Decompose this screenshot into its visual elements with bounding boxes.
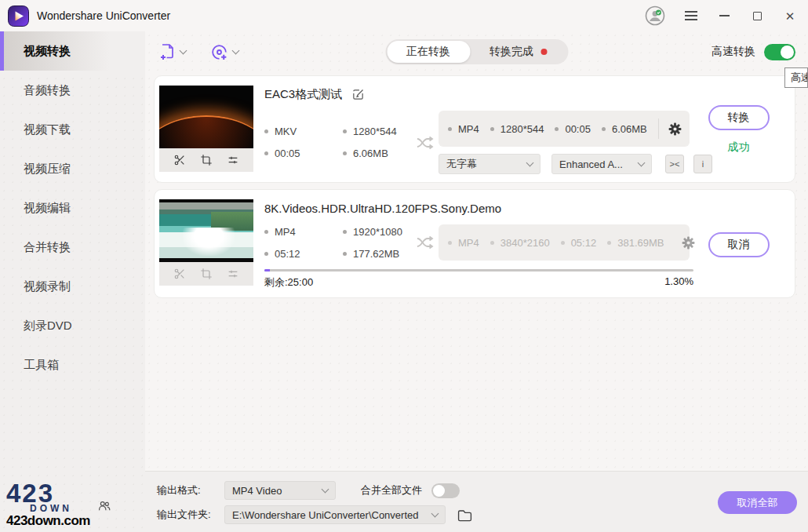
merge-all-label: 合并全部文件 [361, 483, 422, 497]
highspeed-label: 高速转换 [712, 45, 755, 59]
convert-tabs: 正在转换 转换完成 [385, 39, 568, 64]
sidebar-item-video-download[interactable]: 视频下载 [0, 110, 145, 149]
chevron-down-icon [638, 159, 646, 166]
source-resolution: 1280*544 [353, 126, 397, 137]
output-folder-select[interactable]: E:\Wondershare UniConverter\Converted [224, 505, 446, 524]
tab-finished[interactable]: 转换完成 [470, 41, 566, 63]
source-resolution: 1920*1080 [353, 226, 402, 238]
edit-title-icon[interactable] [351, 88, 365, 101]
add-disc-button[interactable] [209, 42, 238, 62]
sidebar-item-video-compress[interactable]: 视频压缩 [0, 149, 145, 188]
disc-plus-icon [209, 42, 229, 62]
menu-icon[interactable] [684, 9, 698, 23]
effects-sliders-icon [227, 268, 239, 280]
output-duration: 05:12 [571, 237, 597, 249]
output-format-select[interactable]: MP4 Video [224, 481, 336, 500]
output-size: 381.69MB [617, 237, 664, 249]
chevron-down-icon [431, 509, 439, 517]
trim-scissors-icon [173, 268, 186, 280]
app-title: Wondershare UniConverter [37, 9, 170, 22]
thumbnail-image-waterfall [159, 199, 253, 262]
file-plus-icon [158, 42, 177, 61]
output-size: 6.06MB [612, 123, 647, 135]
task-title: 8K.Videos.HDR.UltraHD.120FPS.Sony.Demo [264, 202, 501, 215]
highspeed-tooltip: 高速 [784, 67, 808, 88]
progress-bar [264, 269, 693, 271]
output-resolution: 3840*2160 [500, 237, 550, 249]
source-format: MP4 [275, 226, 296, 238]
sidebar-item-video-convert[interactable]: 视频转换 [0, 31, 145, 71]
divider [658, 118, 659, 139]
source-format: MKV [275, 126, 297, 137]
close-button[interactable]: ✕ [783, 9, 797, 23]
task-row: EAC3格式测试 MKV 1280*544 00:05 6.06MB [154, 75, 795, 183]
effects-sliders-icon[interactable] [227, 154, 239, 166]
source-size: 6.06MB [353, 148, 388, 159]
maximize-button[interactable] [750, 9, 764, 23]
crop-icon[interactable] [200, 154, 213, 166]
chevron-down-icon [180, 46, 187, 54]
progress-fill [264, 269, 270, 271]
progress-percent: 1.30% [664, 275, 693, 290]
thumbnail-toolbar [159, 148, 253, 172]
browse-folder-button[interactable] [457, 508, 472, 522]
users-icon[interactable] [97, 499, 111, 513]
trim-scissors-icon[interactable] [173, 154, 186, 166]
cancel-all-button[interactable]: 取消全部 [718, 491, 797, 514]
main-toolbar: 正在转换 转换完成 高速转换 [145, 31, 808, 72]
output-format: MP4 [458, 123, 479, 135]
minimize-button[interactable] [717, 9, 731, 23]
status-success: 成功 [728, 140, 750, 155]
output-settings-gear-icon[interactable] [665, 117, 685, 140]
bottom-bar: 输出格式: MP4 Video 合并全部文件 输出文件夹: E:\Wonders… [145, 471, 808, 532]
convert-shuffle-icon [416, 135, 435, 151]
source-size: 177.62MB [353, 248, 399, 260]
output-duration: 00:05 [565, 123, 591, 135]
folder-icon [457, 508, 472, 522]
app-logo-icon [8, 5, 29, 27]
thumbnail-image-sun [159, 86, 253, 148]
sidebar-item-screen-record[interactable]: 视频录制 [0, 267, 145, 306]
notification-dot [540, 49, 547, 55]
output-resolution: 1280*544 [500, 123, 544, 135]
crop-icon [200, 268, 213, 280]
sidebar-item-audio-convert[interactable]: 音频转换 [0, 71, 145, 110]
video-thumbnail [159, 86, 253, 174]
cancel-button[interactable]: 取消 [708, 232, 770, 257]
sidebar-item-toolbox[interactable]: 工具箱 [0, 345, 145, 384]
main-area: 正在转换 转换完成 高速转换 高速 [145, 31, 808, 532]
source-info: MP4 1920*1080 05:12 177.62MB [264, 226, 412, 260]
sidebar-item-burn-dvd[interactable]: 刻录DVD [0, 306, 145, 345]
watermark-logo: 423 DOWN 423down.com [6, 480, 93, 527]
output-folder-label: 输出文件夹: [157, 508, 224, 522]
sidebar-item-video-edit[interactable]: 视频编辑 [0, 188, 145, 228]
highspeed-toggle[interactable] [764, 44, 795, 60]
task-list: EAC3格式测试 MKV 1280*544 00:05 6.06MB [145, 72, 808, 471]
conversion-progress: 剩余:25:00 1.30% [264, 269, 693, 290]
convert-shuffle-icon [416, 235, 435, 250]
task-title: EAC3格式测试 [264, 87, 342, 102]
output-summary: MP4 1280*544 00:05 6.06MB [439, 111, 690, 147]
compress-button[interactable]: >< [665, 155, 684, 173]
source-info: MKV 1280*544 00:05 6.06MB [264, 126, 412, 159]
output-format: MP4 [458, 237, 479, 249]
output-summary: MP4 3840*2160 05:12 381.69MB [439, 224, 690, 261]
chevron-down-icon [322, 485, 329, 493]
output-format-label: 输出格式: [157, 483, 224, 497]
time-remaining: 剩余:25:00 [264, 275, 313, 290]
merge-all-toggle[interactable] [431, 483, 460, 498]
video-thumbnail [159, 199, 253, 290]
subtitle-select[interactable]: 无字幕 [439, 154, 540, 174]
thumbnail-toolbar [159, 262, 253, 286]
source-duration: 05:12 [275, 248, 300, 260]
chevron-down-icon [526, 159, 534, 166]
convert-button[interactable]: 转换 [708, 105, 770, 130]
sidebar: 视频转换 音频转换 视频下载 视频压缩 视频编辑 合并转换 视频录制 刻录DVD… [0, 31, 145, 532]
user-avatar[interactable] [645, 5, 665, 26]
output-settings-gear-icon [681, 231, 696, 254]
tab-converting[interactable]: 正在转换 [387, 41, 470, 63]
add-file-button[interactable] [158, 42, 186, 61]
sidebar-item-merge-convert[interactable]: 合并转换 [0, 228, 145, 267]
audio-track-select[interactable]: Enhanced A... [551, 154, 652, 174]
titlebar: Wondershare UniConverter ✕ [0, 0, 808, 31]
